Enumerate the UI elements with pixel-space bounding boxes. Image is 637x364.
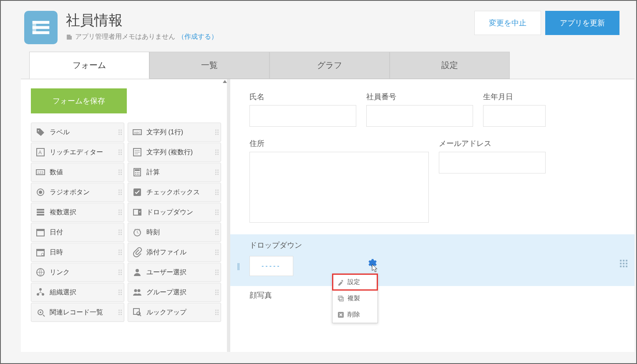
app-icon [24,11,58,44]
field-label-name: 氏名 [249,92,356,102]
field-input-name[interactable] [249,105,356,127]
palette-drop[interactable]: ドロップダウン [128,203,221,222]
tag-icon [35,127,45,137]
update-app-button[interactable]: アプリを更新 [545,11,619,35]
palette-link[interactable]: リンク [31,263,124,282]
selected-field-block[interactable]: || ドロップダウン ----- 設定 [230,234,634,286]
ctx-duplicate[interactable]: 複製 [332,290,378,306]
radio-icon [35,187,45,197]
selected-field-label: ドロップダウン [249,240,622,250]
svg-point-33 [137,174,138,175]
field-label-empno: 社員番号 [366,92,473,102]
svg-rect-42 [133,309,139,314]
palette-attach[interactable]: 添付ファイル [128,243,221,262]
user-icon [132,267,142,277]
svg-text:ABC: ABC [134,131,141,135]
tab-graph[interactable]: グラフ [269,52,390,79]
svg-rect-11 [37,211,44,213]
svg-rect-3 [33,21,36,34]
palette-num[interactable]: 123数値 [31,163,124,182]
svg-point-34 [138,174,139,175]
ctx-delete[interactable]: 削除 [332,306,378,323]
palette-datetime[interactable]: 日時 [31,243,124,262]
field-context-menu: 設定 複製 削除 [332,274,378,323]
save-form-button[interactable]: フォームを保存 [31,88,127,113]
field-label-address: 住所 [249,138,429,148]
field-input-empno[interactable] [366,105,473,127]
scroll-up-icon[interactable] [223,80,227,83]
svg-text:A: A [38,150,42,156]
svg-point-23 [40,311,41,313]
calc-icon [132,167,142,177]
tab-form[interactable]: フォーム [29,52,149,79]
link-icon [35,267,45,277]
org-icon [35,287,45,297]
drag-handle-icon[interactable]: || [237,262,239,271]
app-title: 社員情報 [66,11,466,30]
num-icon: 123 [35,167,45,177]
palette-time[interactable]: 時刻 [128,223,221,242]
gear-icon[interactable] [366,258,377,270]
palette-org[interactable]: 組織選択 [31,283,124,302]
svg-point-41 [138,289,141,292]
group-icon [132,287,142,297]
palette-text1[interactable]: ABC文字列 (1行) [128,123,221,142]
tab-settings[interactable]: 設定 [390,52,510,79]
rich-icon: A [35,147,45,157]
field-palette-sidebar: フォームを保存 ラベルAリッチエディター123数値ラジオボタン複数選択日付日時リ… [21,79,230,352]
svg-rect-12 [37,214,44,216]
svg-rect-16 [37,249,44,251]
palette-tag[interactable]: ラベル [31,123,124,142]
check-icon [132,187,142,197]
field-label-birth: 生年月日 [483,92,546,102]
svg-point-19 [39,288,42,291]
palette-date[interactable]: 日付 [31,223,124,242]
svg-rect-28 [135,169,140,171]
field-input-address[interactable] [249,152,429,223]
svg-point-40 [134,289,137,292]
palette-textm[interactable]: 文字列 (複数行) [128,143,221,162]
svg-point-39 [136,269,139,272]
svg-rect-45 [340,297,343,301]
palette-rich[interactable]: Aリッチエディター [31,143,124,162]
memo-line: アプリ管理者用メモはありません （作成する） [66,33,466,41]
cancel-button[interactable]: 変更を中止 [474,11,541,35]
form-canvas: 氏名 社員番号 生年月日 住所 メールアドレス || [230,79,634,352]
textm-icon [132,147,142,157]
svg-point-9 [39,191,42,194]
palette-related[interactable]: 関連レコード一覧 [31,303,124,322]
tab-list[interactable]: 一覧 [149,52,269,79]
palette-radio[interactable]: ラジオボタン [31,183,124,202]
ctx-settings[interactable]: 設定 [332,274,378,290]
dropdown-field[interactable]: ----- [249,256,293,276]
palette-user[interactable]: ユーザー選択 [128,263,221,282]
datetime-icon [35,247,45,257]
palette-multi[interactable]: 複数選択 [31,203,124,222]
svg-point-30 [137,172,138,173]
create-memo-link[interactable]: （作成する） [178,33,218,41]
svg-point-17 [41,253,44,256]
field-label-photo: 顔写真 [249,290,622,300]
memo-icon [66,34,73,40]
palette-lookup[interactable]: ルックアップ [128,303,221,322]
time-icon [132,227,142,237]
multi-icon [35,207,45,217]
related-icon [35,307,45,317]
field-label-email: メールアドレス [439,138,546,148]
lookup-icon [132,307,142,317]
svg-rect-14 [37,229,44,231]
text1-icon: ABC [132,127,142,137]
drop-icon [132,207,142,217]
svg-point-31 [138,172,139,173]
svg-text:123: 123 [37,171,43,175]
field-input-birth[interactable] [483,105,546,127]
palette-calc[interactable]: 計算 [128,163,221,182]
palette-check[interactable]: チェックボックス [128,183,221,202]
grid-icon[interactable] [619,259,629,269]
svg-rect-44 [338,296,342,300]
palette-group[interactable]: グループ選択 [128,283,221,302]
field-input-email[interactable] [439,152,546,173]
date-icon [35,227,45,237]
tabs: フォーム 一覧 グラフ 設定 [29,52,636,79]
app-header: 社員情報 アプリ管理者用メモはありません （作成する） 変更を中止 アプリを更新 [1,1,636,52]
